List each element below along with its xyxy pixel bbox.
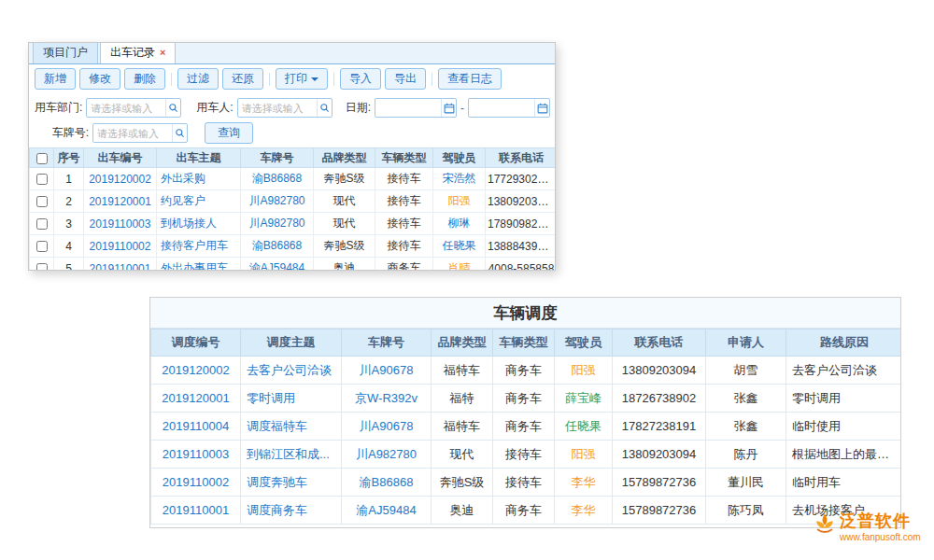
driver-link[interactable]: 阳强 (448, 194, 471, 207)
subject-link[interactable]: 调度奔驰车 (247, 475, 307, 489)
table-row[interactable]: 5 2019110001 外出办事用车 渝AJ59484 奥迪 商务车 肖晴 4… (30, 258, 557, 272)
driver-link[interactable]: 肖晴 (448, 261, 471, 271)
table-row[interactable]: 4 2019110002 接待客户用车 渝B86868 奔驰S级 接待车 任晓果… (30, 235, 557, 258)
plate-link[interactable]: 渝AJ59484 (356, 503, 416, 517)
plate-link[interactable]: 川A90678 (360, 363, 414, 377)
column-header[interactable]: 联系电话 (486, 148, 557, 168)
plate-link[interactable]: 渝B86868 (252, 172, 302, 185)
plate-link[interactable]: 川A90678 (360, 419, 414, 433)
record-id-link[interactable]: 2019120001 (89, 195, 151, 208)
calendar-icon[interactable] (441, 99, 456, 117)
toolbar-button-view-log[interactable]: 查看日志 (438, 68, 502, 90)
toolbar-button-import[interactable]: 导入 (340, 68, 381, 90)
toolbar-button-print[interactable]: 打印 (276, 68, 328, 90)
driver-link[interactable]: 宋浩然 (443, 172, 476, 185)
subject-link[interactable]: 约见客户 (161, 194, 205, 207)
record-id-link[interactable]: 2019110002 (90, 240, 151, 253)
column-header[interactable]: 出车编号 (84, 148, 157, 168)
plate-link[interactable]: 渝AJ59484 (249, 261, 304, 271)
toolbar-button-filter[interactable]: 过滤 (177, 68, 219, 90)
table-row[interactable]: 2019110003 到锦江区和成... 川A982780 现代 接待车 阳强 … (151, 441, 902, 469)
toolbar-button-delete[interactable]: 删除 (124, 68, 165, 90)
table-row[interactable]: 2019120002 去客户公司洽谈 川A90678 福特车 商务车 阳强 13… (151, 357, 902, 385)
record-id-link[interactable]: 2019110001 (90, 262, 151, 272)
driver-link[interactable]: 任晓果 (565, 419, 601, 433)
checkbox-cell[interactable] (30, 213, 54, 235)
user-filter-input[interactable] (238, 103, 317, 114)
search-button[interactable]: 查询 (205, 122, 253, 144)
column-header[interactable]: 申请人 (706, 329, 786, 357)
table-row[interactable]: 3 2019110003 到机场接人 川A982780 现代 接待车 柳琳 17… (30, 213, 557, 235)
toolbar-button-add[interactable]: 新增 (35, 68, 76, 90)
checkbox-cell[interactable] (30, 190, 54, 213)
close-tab-icon[interactable]: × (160, 48, 165, 58)
plate-link[interactable]: 川A982780 (248, 217, 304, 230)
search-icon[interactable] (317, 99, 332, 117)
dispatch-id-link[interactable]: 2019110004 (163, 419, 229, 433)
subject-link[interactable]: 外出采购 (161, 172, 205, 185)
table-row[interactable]: 2019120001 零时调用 京W-R392v 福特 商务车 薛宝峰 1872… (151, 385, 902, 413)
column-header[interactable]: 出车主题 (157, 148, 241, 168)
toolbar-button-restore[interactable]: 还原 (222, 68, 263, 90)
dept-filter-input[interactable] (87, 103, 165, 114)
column-header[interactable]: 路线原因 (786, 329, 902, 357)
column-header[interactable]: 联系电话 (613, 329, 706, 357)
table-row[interactable]: 2019110002 调度奔驰车 渝B86868 奔驰S级 接待车 李华 157… (151, 469, 902, 497)
subject-link[interactable]: 去客户公司洽谈 (247, 363, 332, 377)
driver-link[interactable]: 李华 (572, 475, 596, 489)
tab-project-portal[interactable]: 项目门户 (33, 42, 98, 63)
column-header[interactable]: 序号 (54, 148, 84, 168)
plate-link[interactable]: 渝B86868 (360, 475, 414, 489)
column-header[interactable]: 驾驶员 (433, 148, 486, 168)
select-all-cell[interactable] (30, 148, 54, 168)
dispatch-id-link[interactable]: 2019110003 (163, 447, 229, 461)
record-id-link[interactable]: 2019120002 (89, 173, 151, 186)
column-header[interactable]: 驾驶员 (555, 329, 613, 357)
select-all-checkbox[interactable] (36, 153, 48, 164)
plate-link[interactable]: 渝B86868 (252, 239, 302, 252)
dispatch-id-link[interactable]: 2019110002 (163, 475, 229, 489)
logo-url[interactable]: www.fanpusoft.com (840, 532, 921, 542)
subject-link[interactable]: 外出办事用车 (161, 261, 228, 271)
tab-dispatch-records[interactable]: 出车记录 × (100, 42, 176, 63)
date-from-input[interactable] (375, 103, 441, 114)
column-header[interactable]: 调度编号 (151, 329, 241, 357)
table-row[interactable]: 2 2019120001 约见客户 川A982780 现代 接待车 阳强 138… (30, 190, 557, 213)
subject-link[interactable]: 调度福特车 (247, 419, 307, 433)
plate-filter-input[interactable] (93, 128, 172, 139)
checkbox-cell[interactable] (30, 168, 54, 190)
driver-link[interactable]: 李华 (572, 503, 596, 517)
column-header[interactable]: 品牌类型 (432, 329, 493, 357)
dispatch-id-link[interactable]: 2019120002 (162, 363, 229, 377)
row-checkbox[interactable] (36, 241, 48, 252)
row-checkbox[interactable] (36, 196, 48, 207)
driver-link[interactable]: 柳琳 (448, 217, 471, 230)
column-header[interactable]: 车辆类型 (375, 148, 433, 168)
subject-link[interactable]: 到锦江区和成... (247, 447, 330, 461)
checkbox-cell[interactable] (30, 258, 54, 272)
plate-link[interactable]: 川A982780 (356, 447, 417, 461)
column-header[interactable]: 品牌类型 (314, 148, 375, 168)
checkbox-cell[interactable] (30, 235, 54, 258)
driver-link[interactable]: 薛宝峰 (565, 391, 601, 405)
row-checkbox[interactable] (36, 174, 48, 185)
dispatch-id-link[interactable]: 2019120001 (162, 391, 229, 405)
date-to-input[interactable] (469, 103, 534, 114)
toolbar-button-export[interactable]: 导出 (385, 68, 426, 90)
column-header[interactable]: 调度主题 (241, 329, 342, 357)
row-checkbox[interactable] (36, 218, 48, 230)
driver-link[interactable]: 阳强 (572, 363, 596, 377)
table-row[interactable]: 2019110001 调度商务车 渝AJ59484 奥迪 商务车 李华 1578… (151, 497, 902, 525)
search-icon[interactable] (172, 124, 187, 142)
table-row[interactable]: 2019110004 调度福特车 川A90678 福特车 商务车 任晓果 178… (151, 413, 902, 441)
search-icon[interactable] (165, 99, 180, 117)
subject-link[interactable]: 接待客户用车 (161, 239, 228, 252)
dispatch-id-link[interactable]: 2019110001 (163, 503, 229, 517)
record-id-link[interactable]: 2019110003 (90, 217, 151, 231)
column-header[interactable]: 车牌号 (241, 148, 314, 168)
driver-link[interactable]: 任晓果 (443, 239, 476, 252)
toolbar-button-edit[interactable]: 修改 (79, 68, 120, 90)
calendar-icon[interactable] (534, 99, 549, 117)
plate-link[interactable]: 川A982780 (248, 194, 304, 207)
column-header[interactable]: 车牌号 (342, 329, 432, 357)
